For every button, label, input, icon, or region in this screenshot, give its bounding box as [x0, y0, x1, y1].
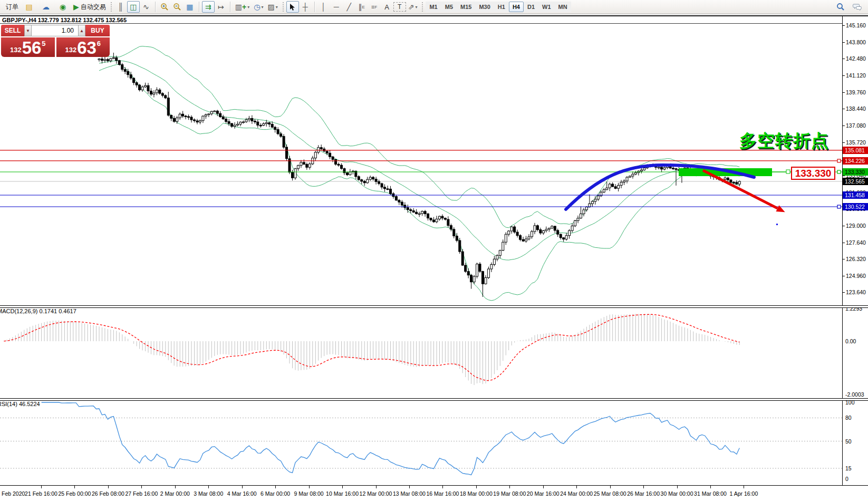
time-tick	[376, 486, 377, 488]
horizontal-line-icon[interactable]: ─	[330, 1, 343, 13]
timeframe-h4[interactable]: H4	[509, 2, 524, 12]
timeframe-m1[interactable]: M1	[426, 2, 441, 12]
time-axis-border	[0, 485, 868, 486]
toolbar-separator	[314, 2, 315, 12]
price-tick-label: 138.440	[846, 105, 866, 112]
text-label-icon[interactable]: T	[393, 2, 406, 12]
time-axis-label: 30 Mar 00:00	[661, 490, 693, 497]
autotrading-button[interactable]: ▶自动交易	[71, 1, 108, 13]
timeframe-h1[interactable]: H1	[494, 2, 509, 12]
search-icon[interactable]	[832, 1, 849, 13]
time-tick	[543, 486, 544, 488]
time-tick	[74, 486, 75, 488]
time-axis-label: 18 Mar 00:00	[460, 490, 493, 497]
time-axis-label: 21 Feb 16:00	[25, 490, 57, 497]
time-axis-label: 4 Mar 16:00	[227, 490, 257, 497]
main-toolbar: 订单 ▤ ☁ ◉ ▶自动交易 ║ ◫ ∿ ▦ ⇉ ↦ ▥+▾ ◷▾ ▨▾ ┼ │…	[0, 0, 868, 14]
macd-indicator-label: MACD(12,26,9) 0.1741 0.4617	[0, 308, 76, 314]
rsi-axis-label: 50	[845, 438, 852, 445]
turning-point-annotation[interactable]: 多空转折点	[739, 132, 829, 149]
macd-axis-label: -2.0003	[845, 391, 864, 398]
time-axis-label: 27 Feb 16:00	[125, 490, 158, 497]
symbol-ohlc-readout: GBPJPY-,H4 132.779 132.812 132.475 132.5…	[2, 17, 127, 23]
sell-price-display[interactable]: 132 56 5	[1, 37, 55, 57]
price-tick	[843, 126, 845, 126]
price-tick	[843, 276, 845, 276]
price-tick-label: 127.640	[846, 239, 866, 246]
toolbar-separator	[422, 2, 423, 12]
mql5-community-icon[interactable]: ☁	[37, 1, 54, 13]
price-tick	[843, 25, 845, 26]
bar-chart-icon[interactable]: ║	[114, 1, 127, 13]
macd-axis-label: 0.00	[845, 338, 856, 344]
price-tick	[843, 259, 845, 259]
templates-icon[interactable]: ▨▾	[265, 1, 279, 13]
buy-price-display[interactable]: 132 63 6	[56, 37, 110, 57]
buy-price-pip: 6	[97, 40, 101, 47]
equidistant-channel-icon[interactable]: ∥E	[355, 1, 368, 13]
timeframe-m15[interactable]: M15	[457, 2, 475, 12]
crosshair-icon[interactable]: ┼	[299, 1, 312, 13]
time-axis-label: 26 Mar 16:00	[627, 490, 660, 497]
chart-shift-icon[interactable]: ↦	[215, 1, 227, 13]
time-axis[interactable]: Feb 202021 Feb 16:0025 Feb 00:0026 Feb 0…	[0, 486, 868, 501]
price-tick-label: 126.320	[846, 256, 866, 262]
periods-clock-icon[interactable]: ◷▾	[252, 1, 265, 13]
chart-window-top-border	[0, 15, 868, 16]
timeframe-d1[interactable]: D1	[524, 2, 538, 12]
tile-windows-icon[interactable]: ▦	[184, 1, 196, 13]
signals-icon[interactable]: ◉	[54, 1, 71, 13]
buy-price-prefix: 132	[65, 46, 76, 54]
time-tick	[208, 486, 209, 488]
text-icon[interactable]: A	[381, 1, 393, 13]
price-tick	[843, 292, 845, 293]
arrows-tool-icon[interactable]: ⇗▾	[406, 1, 420, 13]
metaquotes-journal-icon[interactable]: ▤	[21, 1, 37, 13]
toolbar-separator	[111, 2, 112, 12]
macd-window-separator[interactable]	[0, 305, 868, 308]
price-tick-label: 137.080	[846, 122, 866, 129]
time-tick	[476, 486, 477, 488]
zoom-in-icon[interactable]	[158, 1, 171, 13]
candlestick-chart-icon[interactable]: ◫	[127, 1, 140, 13]
buy-button[interactable]: BUY	[85, 25, 110, 36]
toolbar-separator	[155, 2, 156, 12]
rsi-axis-label: 80	[845, 415, 852, 421]
time-tick	[108, 486, 109, 488]
volume-input[interactable]	[32, 25, 78, 36]
timeframe-group: M1M5M15M30H1H4D1W1MN	[426, 2, 571, 12]
time-tick	[309, 486, 310, 488]
time-tick	[509, 486, 510, 488]
chat-icon[interactable]	[849, 1, 866, 13]
vertical-line-icon[interactable]: │	[317, 1, 330, 13]
price-chart-canvas[interactable]	[0, 0, 868, 501]
new-chart-icon[interactable]: ▥+▾	[233, 1, 252, 13]
timeframe-m30[interactable]: M30	[475, 2, 494, 12]
price-tick	[843, 42, 845, 43]
price-tick-label: 124.960	[846, 273, 866, 279]
timeframe-m5[interactable]: M5	[441, 2, 457, 12]
price-axis[interactable]: 145.160143.800142.480141.120139.760138.4…	[843, 16, 868, 485]
price-tick	[843, 109, 845, 109]
time-tick	[744, 486, 744, 488]
line-chart-icon[interactable]: ∿	[140, 1, 152, 13]
time-tick	[141, 486, 142, 488]
fibonacci-icon[interactable]: ≡F	[368, 1, 381, 13]
time-axis-label: Feb 2020	[2, 490, 25, 497]
price-callout-box[interactable]: 133.330	[791, 167, 835, 180]
timeframe-w1[interactable]: W1	[538, 2, 555, 12]
new-order-button[interactable]: 订单	[2, 1, 21, 13]
auto-scroll-icon[interactable]: ⇉	[202, 1, 215, 13]
timeframe-mn[interactable]: MN	[555, 2, 571, 12]
trendline-icon[interactable]: ╱	[343, 1, 355, 13]
time-axis-label: 26 Feb 08:00	[92, 490, 124, 497]
sell-button[interactable]: SELL	[1, 25, 24, 36]
time-tick	[342, 486, 343, 488]
volume-decrease-button[interactable]: ▼	[24, 25, 32, 36]
time-axis-label: 6 Mar 00:00	[261, 490, 290, 497]
rsi-indicator-label: RSI(14) 46.5224	[0, 401, 40, 407]
rsi-window-separator[interactable]	[0, 398, 868, 401]
zoom-out-icon[interactable]	[171, 1, 184, 13]
volume-increase-button[interactable]: ▲	[78, 25, 85, 36]
cursor-icon[interactable]	[286, 1, 299, 13]
